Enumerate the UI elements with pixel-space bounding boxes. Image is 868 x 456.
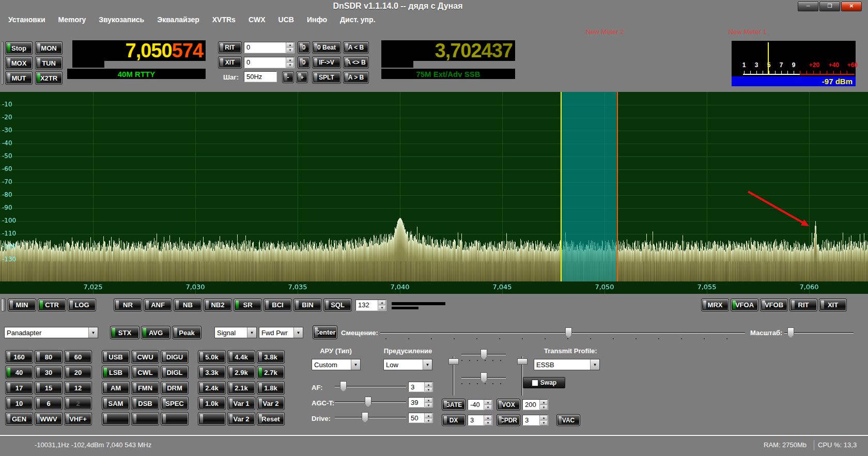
horizontal-slider-2-thumb[interactable] [481, 372, 487, 383]
drive-slider[interactable] [335, 412, 406, 422]
band-button-vhf[interactable]: VHF+ [64, 412, 92, 426]
preamp-select[interactable]: Low ▼ [383, 359, 432, 370]
log-button[interactable]: LOG [68, 298, 96, 311]
rit-toggle-button[interactable]: RIT [789, 298, 817, 311]
offset-slider-thumb[interactable] [565, 327, 572, 338]
spinner-down-icon[interactable]: ▼ [425, 418, 432, 423]
vox-spinner[interactable]: 200 ▲▼ [522, 399, 548, 410]
filter-button-2-9k[interactable]: 2.9k [227, 366, 255, 379]
mox-button[interactable]: MOX [5, 56, 33, 70]
agct-slider[interactable] [335, 397, 406, 407]
filter-button-5-0k[interactable]: 5.0k [198, 350, 226, 364]
drive-spinner[interactable]: 50 ▲▼ [408, 413, 433, 423]
af-slider[interactable] [335, 381, 406, 391]
rit-spinner-arrows[interactable]: ▲▼ [286, 42, 294, 53]
band-button-40[interactable]: 40 [5, 366, 33, 379]
sql-spinner-arrows[interactable]: ▲▼ [378, 300, 386, 310]
a-swap-b-button[interactable]: A <> B [343, 56, 369, 69]
mode-button-sam[interactable]: SAM [102, 397, 130, 410]
nr-button[interactable]: NR [114, 298, 142, 311]
menu-item-setup[interactable]: Установки [8, 15, 45, 24]
band-button-80[interactable]: 80 [35, 350, 63, 364]
dx-spinner[interactable]: 3 ▲▼ [468, 415, 492, 426]
mode-button-digl[interactable]: DIGL [161, 366, 189, 379]
filter-reset-button[interactable]: Reset [257, 412, 285, 426]
mut-button[interactable]: MUT [5, 71, 33, 85]
ctr-button[interactable]: CTR [38, 298, 66, 311]
af-slider-thumb[interactable] [340, 381, 347, 392]
nb2-button[interactable]: NB2 [204, 298, 232, 311]
horizontal-slider-2[interactable] [461, 372, 506, 382]
menu-item-xvtrs[interactable]: XVTRs [212, 15, 236, 24]
vfo-a-display[interactable]: 7,050 574 [72, 40, 206, 61]
chevron-down-icon[interactable]: ▼ [423, 359, 432, 370]
band-button-20[interactable]: 20 [64, 366, 92, 379]
af-spinner[interactable]: 3 ▲▼ [408, 382, 433, 392]
vertical-slider-2[interactable] [517, 356, 527, 396]
chevron-down-icon[interactable]: ▼ [247, 327, 256, 338]
filter-button-2-4k[interactable]: 2.4k [198, 381, 226, 395]
tun-button[interactable]: TUN [35, 56, 63, 70]
menu-item-memory[interactable]: Memory [58, 15, 86, 24]
filter-button-1-8k[interactable]: 1.8k [257, 381, 285, 395]
filter-button-3-8k[interactable]: 3.8k [257, 350, 285, 364]
band-button-12[interactable]: 12 [64, 381, 92, 395]
filter-button-4-4k[interactable]: 4.4k [227, 350, 255, 364]
sr-button[interactable]: SR [234, 298, 262, 311]
spinner-down-icon[interactable]: ▼ [540, 420, 548, 426]
nb-button[interactable]: NB [174, 298, 202, 311]
dx-spinner-arrows[interactable]: ▲▼ [484, 415, 492, 425]
band-button-160[interactable]: 160 [5, 350, 33, 364]
spinner-down-icon[interactable]: ▼ [484, 405, 492, 410]
vox-spinner-arrows[interactable]: ▲▼ [539, 400, 548, 410]
step-input[interactable]: 50Hz [244, 71, 277, 82]
band-button-30[interactable]: 30 [35, 366, 63, 379]
mode-button-am[interactable]: AM [102, 381, 130, 395]
band-button-gen[interactable]: GEN [5, 412, 33, 426]
af-spinner-arrows[interactable]: ▲▼ [424, 382, 432, 391]
spinner-down-icon[interactable]: ▼ [425, 387, 432, 392]
panel-grip[interactable] [1, 41, 4, 85]
xit-button[interactable]: XIT [218, 56, 242, 69]
vac-button[interactable]: VAC [556, 414, 580, 426]
vfo-b-display[interactable]: 3,702 437 [381, 40, 515, 61]
gate-button[interactable]: GATE [442, 399, 466, 411]
chevron-down-icon[interactable]: ▼ [88, 327, 98, 338]
filter-button-2-7k[interactable]: 2.7k [257, 366, 285, 379]
mode-button-fmn[interactable]: FMN [131, 381, 159, 395]
a-lt-b-button[interactable]: A < B [343, 41, 369, 54]
chevron-down-icon[interactable]: ▼ [293, 327, 303, 338]
spinner-up-icon[interactable]: ▲ [378, 300, 386, 305]
spinner-up-icon[interactable]: ▲ [286, 42, 294, 48]
x2tr-button[interactable]: X2TR [35, 71, 63, 85]
a-gt-b-button[interactable]: A > B [343, 71, 369, 84]
spinner-down-icon[interactable]: ▼ [378, 305, 386, 310]
drive-spinner-arrows[interactable]: ▲▼ [424, 413, 432, 422]
band-button-10[interactable]: 10 [5, 397, 33, 410]
menu-item-cwx[interactable]: CWX [249, 15, 266, 24]
zoom-slider[interactable] [784, 327, 854, 338]
display-mode-select[interactable]: Panadapter ▼ [4, 327, 98, 338]
filter-button-3-3k[interactable]: 3.3k [198, 366, 226, 379]
chevron-down-icon[interactable]: ▼ [351, 359, 360, 370]
spinner-up-icon[interactable]: ▲ [540, 400, 548, 405]
stx-button[interactable]: STX [110, 326, 140, 339]
panadapter-display[interactable] [0, 92, 868, 294]
mode-button-digu[interactable]: DIGU [161, 350, 189, 364]
mode-button-drm[interactable]: DRM [161, 381, 189, 395]
agct-spinner-arrows[interactable]: ▲▼ [424, 398, 432, 407]
filter-button-var2[interactable]: Var 2 [257, 397, 285, 410]
close-button[interactable]: ✕ [841, 2, 862, 11]
row1-grip[interactable] [1, 298, 6, 311]
mrx-button[interactable]: MRX [701, 298, 729, 311]
chevron-down-icon[interactable]: ▼ [590, 359, 599, 370]
spinner-down-icon[interactable]: ▼ [425, 403, 432, 408]
spinner-down-icon[interactable]: ▼ [286, 62, 294, 68]
sql-spinner[interactable]: 132 ▲▼ [355, 300, 386, 311]
band-button-6[interactable]: 6 [35, 397, 63, 410]
mode-button-dsb[interactable]: DSB [131, 397, 159, 410]
checkbox-icon[interactable] [532, 380, 538, 386]
xit-zero-button[interactable]: 0 [298, 56, 310, 69]
mode-button-cwl[interactable]: CWL [131, 366, 159, 379]
mode-button-cwu[interactable]: CWU [131, 350, 159, 364]
